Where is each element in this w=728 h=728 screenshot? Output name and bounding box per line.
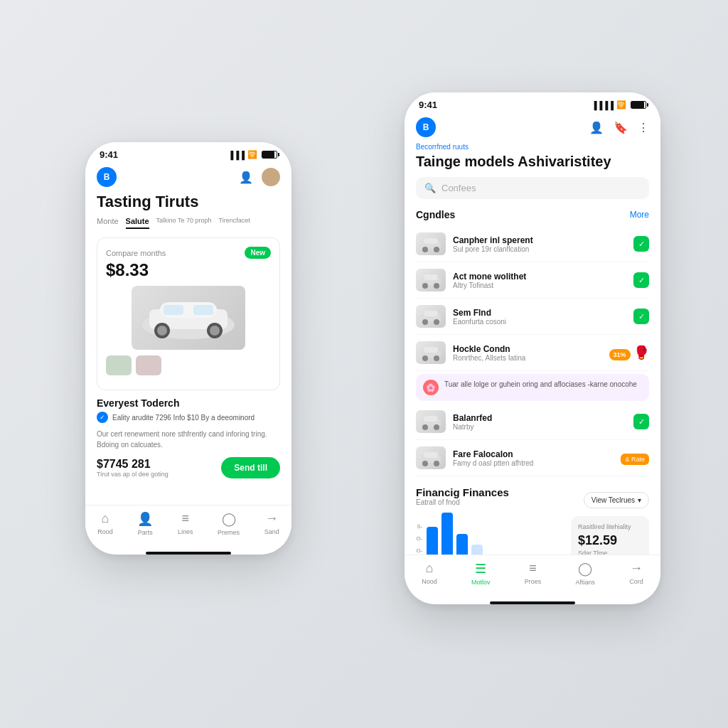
breadcrumb: Becorrfned ruuts (416, 143, 649, 151)
finances-header: Financig Finances Eatrall of fnod View T… (416, 486, 649, 513)
list-item-4[interactable]: Hockle Condn Ronrthec, Allsets Iatina 31… (416, 335, 649, 371)
list-header: Cgndles More (416, 209, 649, 220)
status-icons-left: ▐▐▐ 🛜 (228, 150, 277, 159)
nav-rood[interactable]: ⌂ Rood (97, 511, 113, 536)
nav-icon-rood: ⌂ (102, 511, 109, 526)
y-label-3: O- (416, 547, 422, 554)
chart-area: S- O- O- M- (416, 516, 564, 555)
y-label-1: S- (416, 523, 422, 530)
nav-proes[interactable]: ≡ Proes (525, 561, 542, 586)
tab-salute[interactable]: Salute (126, 217, 149, 229)
price-info: $7745 281 Tirut vas ap ol dee goting (97, 458, 168, 478)
stat-sub: Sdar Tlme (578, 550, 642, 555)
svg-point-4 (157, 326, 167, 336)
bar-1 (427, 527, 438, 555)
card-price: $8.33 (106, 260, 271, 280)
svg-point-28 (434, 424, 439, 430)
svg-point-12 (434, 247, 439, 252)
nav-icon-lines: ≡ (181, 511, 189, 526)
check-badge-3: ✓ (633, 309, 649, 324)
badge-4: 31% 🥊 (609, 345, 649, 360)
bookmark-icon-right[interactable]: 🔖 (614, 121, 628, 134)
nav-sand[interactable]: → Sand (264, 511, 279, 536)
car-info-1: Canpher inl sperent Sul pore 19r clanflc… (453, 235, 626, 253)
wifi-left: 🛜 (247, 150, 257, 159)
page-title-right: Tainge models Ashivaristitey (416, 153, 649, 170)
description-left: Our cert renewment nore sthfrently cand … (97, 429, 280, 450)
more-icon-right[interactable]: ⋮ (638, 121, 649, 134)
tab-talkino[interactable]: Talkino Te 70 proph (156, 217, 212, 229)
nav-premes[interactable]: ◯ Premes (218, 511, 240, 536)
car-thumb-3 (416, 305, 446, 328)
person-icon-right[interactable]: 👤 (589, 121, 604, 134)
nav-icon-premes: ◯ (222, 511, 236, 527)
tab-monte[interactable]: Monte (97, 217, 119, 229)
app-header-right: B 👤 🔖 ⋮ (405, 113, 660, 143)
nav-icon-cord: → (630, 561, 643, 576)
list-title: Cgndles (416, 209, 455, 220)
nav-lines[interactable]: ≡ Lines (178, 511, 193, 536)
special-icon: 🌸 (423, 380, 439, 395)
thumb-1[interactable] (106, 355, 132, 375)
svg-point-32 (434, 461, 439, 466)
view-button[interactable]: View Teclrues ▾ (584, 492, 649, 508)
svg-rect-18 (424, 311, 438, 316)
more-link[interactable]: More (630, 210, 649, 220)
nav-icon-proes: ≡ (529, 561, 537, 576)
battery-left (262, 151, 277, 159)
badge-7: & Rate (621, 451, 649, 464)
stat-value: $12.59 (578, 533, 642, 548)
svg-point-31 (422, 461, 428, 466)
app-logo-left[interactable]: B (97, 167, 117, 187)
app-logo-right[interactable]: B (416, 117, 436, 137)
nav-parts[interactable]: 👤 Parts (137, 511, 153, 536)
bar-3 (456, 534, 468, 555)
car-info-3: Sem Flnd Eaonfurta cosoni (453, 308, 626, 326)
price-row-left: $7745 281 Tirut vas ap ol dee goting Sen… (97, 457, 280, 478)
list-item-7[interactable]: Fare Falocalon Famy d oasl ptten afhtred… (416, 440, 649, 476)
bottom-nav-right: ⌂ Nood ☰ Motlov ≡ Proes ◯ Aftians → Co (405, 555, 660, 597)
home-bar-left (146, 552, 231, 555)
nav-cord[interactable]: → Cord (629, 561, 643, 586)
car-info-6: Balanrfed Natrby (453, 413, 626, 431)
car-thumb-2 (416, 269, 446, 291)
send-button[interactable]: Send till (221, 457, 280, 478)
bar-4 (471, 545, 483, 555)
svg-rect-8 (193, 305, 213, 315)
list-item-1[interactable]: Canpher inl sperent Sul pore 19r clanflc… (416, 226, 649, 262)
nav-aftians[interactable]: ◯ Aftians (576, 561, 596, 586)
special-item[interactable]: 🌸 Tuar alle lolge or guhein oring and af… (416, 374, 649, 401)
nav-nood[interactable]: ⌂ Nood (422, 561, 437, 586)
car-svg (135, 289, 242, 346)
profile-icon-left[interactable]: 👤 (239, 171, 253, 184)
time-right: 9:41 (419, 100, 437, 110)
search-box[interactable]: 🔍 Confees (416, 177, 649, 199)
check-text: Eality arudite 7296 Info $10 By a deeomi… (112, 414, 255, 422)
svg-rect-26 (424, 416, 438, 422)
signal-left: ▐▐▐ (228, 151, 245, 159)
list-item-2[interactable]: Act mone wolithet Altry Tofinast ✓ (416, 262, 649, 299)
thumb-2[interactable] (136, 355, 161, 375)
nav-motlov[interactable]: ☰ Motlov (471, 561, 491, 586)
svg-point-15 (422, 283, 428, 289)
chevron-down-icon: ▾ (638, 496, 641, 504)
status-bar-right: 9:41 ▐▐▐▐ 🛜 (405, 92, 660, 113)
compare-card: Compare months New $8.33 (97, 237, 280, 390)
check-badge-2: ✓ (633, 272, 649, 288)
car-image-left (106, 286, 271, 350)
stat-box: Rasitlired litehiality $12.59 Sdar Tlme (571, 516, 649, 555)
warn-badge-4: 31% (609, 349, 631, 360)
bar-chart (427, 516, 483, 555)
badge-2: ✓ (633, 272, 649, 288)
list-item-3[interactable]: Sem Flnd Eaonfurta cosoni ✓ (416, 299, 649, 335)
tab-tirencfacet[interactable]: Tirencfacet (218, 217, 250, 229)
special-text: Tuar alle lolge or guhein oring and aflo… (444, 380, 637, 390)
right-header-icons: 👤 🔖 ⋮ (589, 121, 649, 134)
avatar-left[interactable] (262, 168, 280, 186)
car-thumb-6 (416, 410, 446, 433)
finances-section: Financig Finances Eatrall of fnod View T… (416, 486, 649, 555)
list-item-6[interactable]: Balanrfed Natrby ✓ (416, 404, 649, 440)
price-sub-left: Tirut vas ap ol dee goting (97, 471, 168, 478)
svg-rect-7 (164, 305, 183, 315)
stat-label: Rasitlired litehiality (578, 523, 642, 530)
